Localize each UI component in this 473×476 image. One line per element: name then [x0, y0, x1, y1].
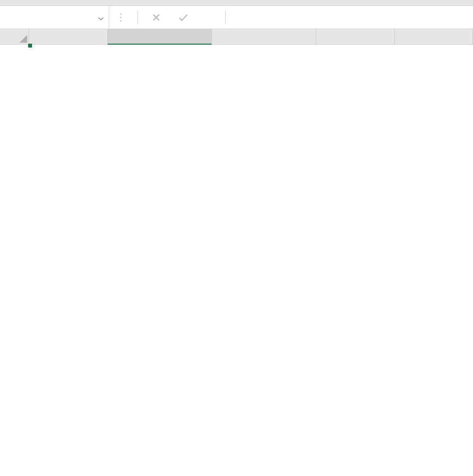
cancel-icon[interactable] — [143, 6, 170, 29]
selection-outline — [29, 45, 31, 47]
column-headers — [0, 29, 473, 45]
name-box[interactable] — [0, 6, 109, 29]
col-header-E[interactable] — [395, 29, 473, 44]
spreadsheet-grid — [0, 29, 473, 45]
col-header-A[interactable] — [29, 29, 108, 44]
enter-icon[interactable] — [170, 6, 197, 29]
col-header-C[interactable] — [212, 29, 316, 44]
select-all-corner[interactable] — [0, 29, 29, 44]
divider-dots-icon — [109, 6, 132, 29]
svg-point-2 — [120, 20, 122, 21]
svg-point-1 — [120, 16, 122, 18]
ribbon-strip — [0, 0, 473, 6]
col-header-D[interactable] — [316, 29, 395, 44]
separator — [225, 10, 226, 24]
chevron-down-icon — [98, 11, 104, 24]
svg-point-0 — [120, 13, 122, 15]
col-header-B[interactable] — [108, 29, 212, 44]
separator — [137, 10, 138, 24]
formula-bar — [0, 6, 473, 29]
